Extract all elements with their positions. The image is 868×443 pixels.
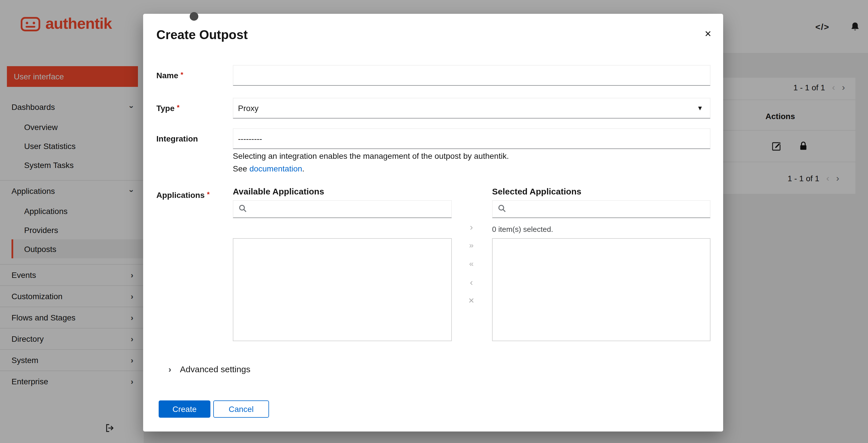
- help-see-text: See: [233, 164, 249, 173]
- close-icon[interactable]: ✕: [705, 29, 712, 39]
- selected-search: [492, 200, 711, 218]
- documentation-link[interactable]: documentation: [249, 164, 302, 173]
- modal-title: Create Outpost: [156, 28, 248, 42]
- cancel-button[interactable]: Cancel: [213, 401, 269, 418]
- applications-label-text: Applications: [156, 190, 205, 200]
- create-button[interactable]: Create: [159, 401, 210, 418]
- chevron-right-icon: ›: [168, 365, 171, 374]
- search-icon: [498, 204, 506, 214]
- integration-label-text: Integration: [156, 134, 198, 143]
- integration-select-value: ---------: [238, 134, 262, 143]
- selected-applications-title: Selected Applications: [492, 186, 582, 196]
- selected-count-text: 0 item(s) selected.: [492, 225, 553, 234]
- integration-help-line2: See documentation.: [233, 162, 509, 175]
- remove-all-icon[interactable]: «: [469, 258, 474, 270]
- type-select[interactable]: Proxy ▾: [233, 98, 711, 119]
- type-label-text: Type: [156, 104, 175, 113]
- caret-down-icon: ▾: [698, 104, 702, 112]
- available-applications-list[interactable]: [233, 238, 452, 341]
- help-period-text: .: [302, 164, 304, 173]
- add-selected-icon[interactable]: ›: [470, 221, 473, 233]
- advanced-settings-toggle[interactable]: › Advanced settings: [168, 364, 250, 374]
- type-label: Type*: [156, 104, 180, 113]
- integration-label: Integration: [156, 134, 198, 143]
- integration-help-text: Selecting an integration enables the man…: [233, 150, 509, 175]
- selected-applications-list[interactable]: [492, 238, 711, 341]
- avatar-dot: [190, 12, 198, 21]
- integration-select[interactable]: ---------: [233, 128, 711, 149]
- name-label: Name*: [156, 71, 183, 80]
- remove-selected-icon[interactable]: ‹: [470, 276, 473, 288]
- name-label-text: Name: [156, 71, 178, 80]
- required-marker: *: [177, 104, 179, 112]
- name-input[interactable]: [233, 65, 711, 86]
- applications-label: Applications*: [156, 190, 210, 200]
- transfer-controls: › » « ‹ ✕: [464, 221, 479, 307]
- advanced-settings-label: Advanced settings: [180, 364, 250, 374]
- type-select-value: Proxy: [238, 104, 259, 113]
- clear-selection-icon[interactable]: ✕: [468, 295, 474, 307]
- available-search-input[interactable]: [251, 201, 451, 217]
- available-search: [233, 200, 452, 218]
- search-icon: [239, 204, 247, 214]
- stage: </> 1 - 1 of 1 ‹ › Actions 1 -: [0, 0, 868, 443]
- create-outpost-modal: Create Outpost ✕ Name* Type* Proxy ▾ Int…: [143, 14, 723, 432]
- integration-help-line1: Selecting an integration enables the man…: [233, 150, 509, 162]
- available-applications-title: Available Applications: [233, 186, 324, 196]
- required-marker: *: [181, 71, 183, 79]
- add-all-icon[interactable]: »: [469, 239, 474, 252]
- selected-search-input[interactable]: [510, 201, 710, 217]
- required-marker: *: [207, 190, 210, 199]
